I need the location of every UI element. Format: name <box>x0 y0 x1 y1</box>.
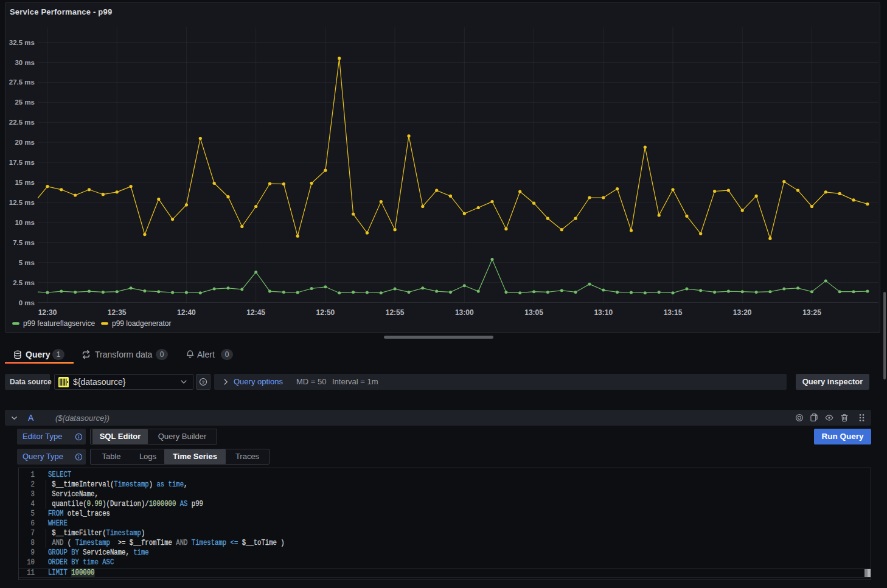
svg-text:?: ? <box>202 379 205 385</box>
